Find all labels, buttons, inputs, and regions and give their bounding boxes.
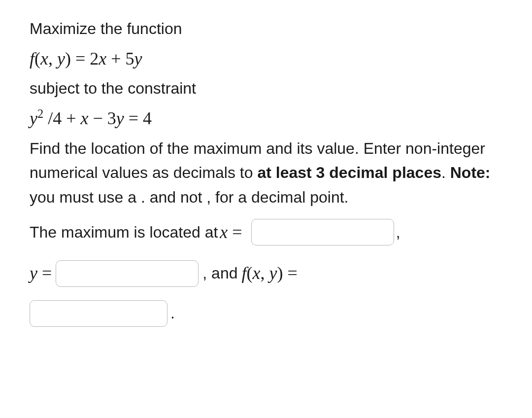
answer-row-f: . <box>30 300 502 327</box>
subject-text: subject to the constraint <box>30 76 502 101</box>
instructions-bold1: at least 3 decimal places <box>257 164 441 181</box>
f-input[interactable] <box>30 300 167 327</box>
x-input[interactable] <box>251 219 394 245</box>
comma-after-x: , <box>396 220 400 245</box>
fxy-equals: f(x, y) = <box>241 260 297 287</box>
constraint-expression: y2 /4 + x − 3y = 4 <box>30 105 502 133</box>
period-after-f: . <box>170 301 175 326</box>
answer-row-y: y = , and f(x, y) = <box>30 260 502 287</box>
x-equals: x = <box>220 219 242 246</box>
problem-container: Maximize the function f(x, y) = 2x + 5y … <box>0 0 532 342</box>
y-input[interactable] <box>56 260 199 287</box>
instructions-text: Find the location of the maximum and its… <box>30 137 502 210</box>
instructions-part2: . <box>441 164 450 181</box>
prompt-x-text: The maximum is located at <box>30 220 218 245</box>
y-equals: y = <box>30 260 52 287</box>
instructions-part3: you must use a . and not , for a decimal… <box>30 188 348 206</box>
function-expression: f(x, y) = 2x + 5y <box>30 45 502 73</box>
intro-text: Maximize the function <box>30 17 502 41</box>
answer-row-x: The maximum is located at x = , <box>30 219 502 246</box>
instructions-bold2: Note: <box>450 164 491 181</box>
and-text: , and <box>202 261 237 286</box>
